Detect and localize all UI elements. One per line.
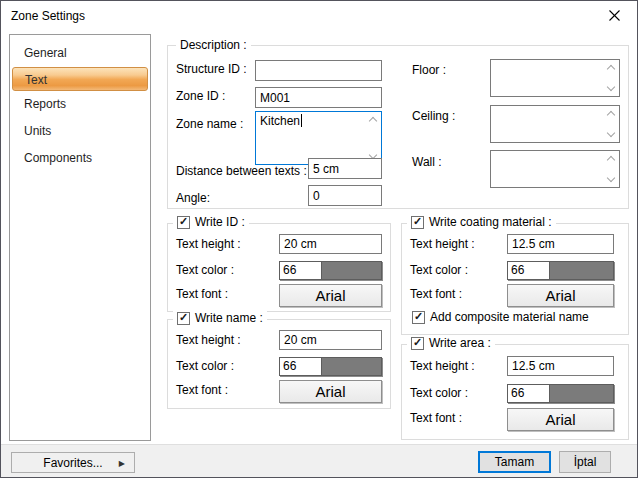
zone-id-input[interactable] (255, 87, 382, 108)
description-legend: Description : (176, 38, 251, 52)
text-height-label: Text height : (176, 237, 241, 251)
write-area-group: ✓ Write area : Text height : Text color … (401, 344, 629, 440)
footer-bar: Favorites... ▶ Tamam İptal (1, 444, 637, 478)
ceiling-textarea[interactable] (490, 105, 620, 143)
write-area-checkbox[interactable]: ✓ (411, 337, 424, 350)
text-font-button[interactable]: Arial (507, 284, 614, 307)
text-color-control[interactable]: 66 (279, 357, 382, 376)
chevron-up-icon[interactable] (607, 111, 615, 119)
chevron-down-icon[interactable] (607, 174, 615, 182)
write-name-legend: Write name : (195, 311, 263, 325)
text-color-label: Text color : (410, 263, 468, 277)
description-group: Description : Structure ID : Zone ID : Z… (167, 45, 629, 209)
text-height-label: Text height : (410, 359, 475, 373)
sidebar-item-reports[interactable]: Reports (10, 91, 150, 118)
sidebar-item-text[interactable]: Text (12, 67, 148, 91)
ok-button[interactable]: Tamam (478, 451, 551, 473)
text-height-label: Text height : (410, 237, 475, 251)
chevron-up-icon[interactable] (607, 156, 615, 164)
zone-name-value: Kitchen (260, 114, 300, 128)
write-id-legend: Write ID : (195, 215, 245, 229)
write-name-checkbox[interactable]: ✓ (177, 312, 190, 325)
write-name-group: ✓ Write name : Text height : Text color … (167, 319, 391, 409)
add-composite-material-label: Add composite material name (430, 310, 589, 324)
chevron-up-icon[interactable] (607, 65, 615, 73)
write-coating-material-group: ✓ Write coating material : Text height :… (401, 223, 629, 335)
checkmark-icon: ✓ (413, 337, 422, 348)
sidebar-item-components[interactable]: Components (10, 145, 150, 172)
chevron-up-icon[interactable] (369, 117, 377, 125)
ceiling-label: Ceiling : (412, 109, 455, 123)
text-font-button[interactable]: Arial (279, 380, 382, 403)
structure-id-input[interactable] (255, 60, 382, 81)
favorites-label: Favorites... (43, 456, 102, 470)
text-color-value: 66 (508, 385, 550, 402)
floor-label: Floor : (412, 63, 446, 77)
text-color-label: Text color : (176, 263, 234, 277)
checkmark-icon: ✓ (414, 311, 423, 322)
text-font-label: Text font : (410, 411, 462, 425)
text-color-control[interactable]: 66 (507, 384, 614, 403)
zone-name-textarea[interactable]: Kitchen (255, 111, 382, 165)
zone-id-label: Zone ID : (176, 89, 225, 103)
zone-settings-dialog: Zone Settings General Text Reports Units… (0, 0, 638, 478)
sidebar: General Text Reports Units Components (9, 34, 151, 441)
write-id-checkbox[interactable]: ✓ (177, 216, 190, 229)
sidebar-item-units[interactable]: Units (10, 118, 150, 145)
cancel-button[interactable]: İptal (559, 451, 611, 473)
write-area-legend: Write area : (429, 336, 491, 350)
write-coating-material-checkbox[interactable]: ✓ (411, 216, 424, 229)
text-color-label: Text color : (176, 359, 234, 373)
color-swatch (550, 262, 613, 279)
text-height-label: Text height : (176, 333, 241, 347)
distance-between-texts-label: Distance between texts : (176, 164, 307, 178)
text-font-label: Text font : (410, 287, 462, 301)
text-height-input[interactable] (279, 330, 382, 350)
distance-between-texts-input[interactable] (308, 158, 382, 179)
text-height-input[interactable] (507, 234, 614, 254)
wall-label: Wall : (412, 155, 442, 169)
sidebar-item-general[interactable]: General (10, 40, 150, 67)
chevron-down-icon[interactable] (607, 83, 615, 91)
text-font-button[interactable]: Arial (507, 408, 614, 431)
close-icon (609, 10, 620, 21)
text-font-button[interactable]: Arial (279, 284, 382, 307)
color-swatch (322, 358, 381, 375)
favorites-button[interactable]: Favorites... ▶ (11, 452, 135, 473)
text-color-control[interactable]: 66 (507, 261, 614, 280)
checkmark-icon: ✓ (179, 216, 188, 227)
text-color-value: 66 (280, 358, 322, 375)
checkmark-icon: ✓ (413, 216, 422, 227)
text-font-label: Text font : (176, 287, 228, 301)
add-composite-material-checkbox[interactable]: ✓ (412, 311, 425, 324)
structure-id-label: Structure ID : (176, 62, 247, 76)
zone-name-label: Zone name : (176, 117, 243, 131)
text-color-value: 66 (508, 262, 550, 279)
text-cursor (301, 114, 302, 127)
title-bar[interactable]: Zone Settings (1, 1, 637, 31)
close-button[interactable] (592, 1, 637, 30)
text-font-label: Text font : (176, 383, 228, 397)
write-coating-material-legend: Write coating material : (429, 215, 552, 229)
chevron-down-icon[interactable] (607, 129, 615, 137)
color-swatch (550, 385, 613, 402)
text-color-value: 66 (280, 262, 322, 279)
angle-label: Angle: (176, 191, 210, 205)
checkmark-icon: ✓ (179, 312, 188, 323)
floor-textarea[interactable] (490, 59, 620, 97)
text-height-input[interactable] (279, 234, 382, 254)
color-swatch (322, 262, 381, 279)
write-id-group: ✓ Write ID : Text height : Text color : … (167, 223, 391, 312)
angle-input[interactable] (308, 185, 382, 206)
window-title: Zone Settings (11, 9, 85, 23)
menu-arrow-icon: ▶ (119, 458, 125, 467)
text-color-label: Text color : (410, 386, 468, 400)
text-height-input[interactable] (507, 356, 614, 376)
wall-textarea[interactable] (490, 150, 620, 188)
text-color-control[interactable]: 66 (279, 261, 382, 280)
